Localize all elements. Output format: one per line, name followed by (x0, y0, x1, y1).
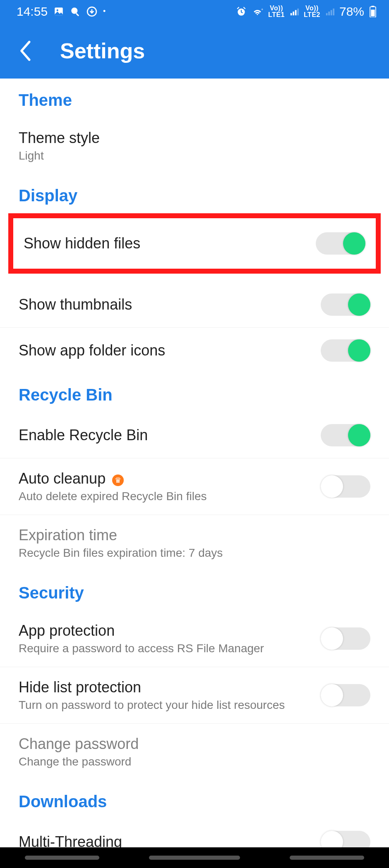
row-show-hidden-files[interactable]: Show hidden files (13, 218, 376, 269)
svg-rect-7 (291, 13, 292, 15)
toggle-app-protection[interactable] (321, 627, 370, 650)
back-button[interactable] (12, 38, 37, 63)
page-title: Settings (60, 38, 145, 63)
hide-list-sub: Turn on password to protect your hide li… (19, 699, 321, 712)
wifi-icon: + (252, 7, 263, 16)
svg-rect-10 (297, 8, 299, 15)
row-expiration-time[interactable]: Expiration time Recycle Bin files expira… (0, 515, 389, 571)
expiration-sub: Recycle Bin files expiration time: 7 day… (19, 546, 370, 560)
row-show-thumbnails[interactable]: Show thumbnails (0, 282, 389, 328)
section-header-display: Display (0, 174, 389, 213)
row-theme-style[interactable]: Theme style Light (0, 118, 389, 174)
svg-rect-3 (76, 13, 79, 16)
signal-bars-2-icon (325, 7, 334, 16)
svg-text:+: + (261, 7, 263, 12)
alarm-icon (236, 6, 247, 17)
svg-rect-9 (295, 10, 297, 15)
change-password-label: Change password (19, 735, 370, 753)
svg-rect-11 (326, 13, 328, 15)
theme-style-label: Theme style (19, 129, 370, 147)
theme-style-value: Light (19, 149, 370, 162)
status-time: 14:55 (17, 5, 48, 19)
toggle-enable-recycle[interactable] (321, 424, 370, 446)
svg-rect-14 (333, 8, 334, 15)
svg-rect-8 (293, 12, 294, 15)
signal-bars-1-icon (290, 7, 299, 16)
svg-point-1 (57, 9, 58, 11)
expiration-label: Expiration time (19, 527, 370, 544)
show-hidden-files-label: Show hidden files (24, 235, 316, 252)
app-bar: Settings (0, 23, 389, 79)
toggle-show-thumbnails[interactable] (321, 293, 370, 316)
battery-percent: 78% (339, 5, 364, 19)
nav-back[interactable] (290, 856, 364, 860)
svg-rect-13 (331, 10, 332, 15)
svg-point-2 (71, 7, 77, 14)
show-thumbnails-label: Show thumbnails (19, 296, 321, 313)
system-nav-bar (0, 847, 389, 868)
toggle-show-folder-icons[interactable] (321, 339, 370, 362)
chevron-left-icon (18, 40, 32, 62)
row-app-protection[interactable]: App protection Require a password to acc… (0, 610, 389, 667)
nav-recents[interactable] (25, 856, 99, 860)
section-header-downloads: Downloads (0, 780, 389, 819)
sim1-indicator: Vo)) LTE1 (268, 5, 285, 18)
section-header-theme: Theme (0, 79, 389, 118)
download-circle-icon (86, 6, 97, 17)
nav-home[interactable] (149, 856, 240, 860)
svg-rect-16 (371, 10, 375, 16)
show-folder-icons-label: Show app folder icons (19, 342, 321, 359)
app-protection-sub: Require a password to access RS File Man… (19, 642, 321, 655)
highlighted-setting: Show hidden files (8, 213, 381, 274)
battery-icon (369, 6, 377, 17)
app-protection-label: App protection (19, 622, 321, 639)
toggle-auto-cleanup[interactable] (321, 475, 370, 498)
status-bar: 14:55 • + Vo)) LTE1 Vo)) LTE2 (0, 0, 389, 23)
sim2-indicator: Vo)) LTE2 (304, 5, 320, 18)
row-hide-list-protection[interactable]: Hide list protection Turn on password to… (0, 667, 389, 724)
hide-list-label: Hide list protection (19, 679, 321, 696)
svg-rect-17 (372, 6, 375, 7)
magnify-icon (70, 6, 81, 17)
row-auto-cleanup[interactable]: Auto cleanup ♛ Auto delete expired Recyc… (0, 458, 389, 515)
status-right: + Vo)) LTE1 Vo)) LTE2 78% (236, 5, 377, 19)
row-change-password[interactable]: Change password Change the password (0, 724, 389, 780)
svg-rect-12 (328, 12, 330, 15)
toggle-hide-list-protection[interactable] (321, 684, 370, 706)
enable-recycle-label: Enable Recycle Bin (19, 427, 321, 444)
change-password-sub: Change the password (19, 755, 370, 768)
status-dot: • (103, 7, 106, 16)
auto-cleanup-sub: Auto delete expired Recycle Bin files (19, 490, 321, 503)
status-left: 14:55 • (17, 5, 106, 19)
section-header-security: Security (0, 571, 389, 610)
toggle-show-hidden-files[interactable] (316, 232, 365, 255)
row-enable-recycle[interactable]: Enable Recycle Bin (0, 413, 389, 458)
row-show-folder-icons[interactable]: Show app folder icons (0, 328, 389, 373)
section-header-recycle: Recycle Bin (0, 373, 389, 413)
crown-icon: ♛ (112, 475, 124, 486)
auto-cleanup-label: Auto cleanup ♛ (19, 470, 321, 487)
settings-list: Theme Theme style Light Display Show hid… (0, 79, 389, 853)
image-icon (53, 6, 64, 17)
